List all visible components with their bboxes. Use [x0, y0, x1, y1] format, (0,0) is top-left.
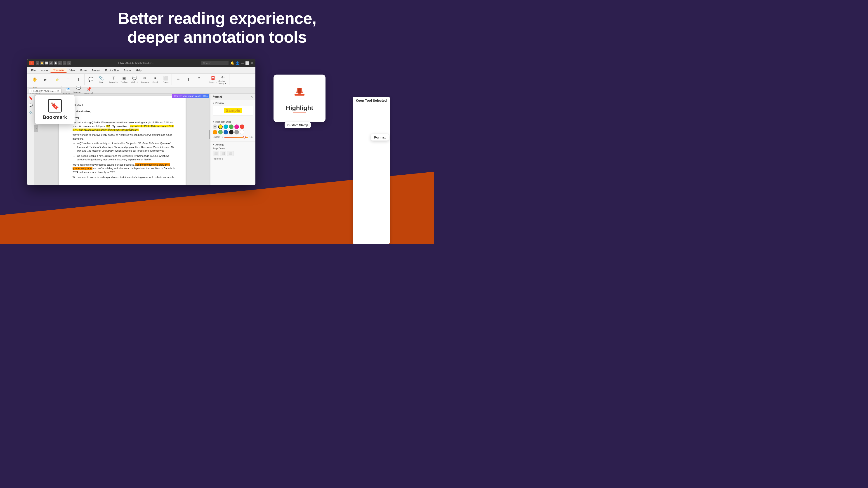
sidebar-bookmark-icon[interactable]: 🔖 [28, 95, 33, 101]
text-tool-btn[interactable]: T [73, 74, 84, 86]
stamp-btn[interactable]: 📮 Stamp ▾ [208, 74, 218, 86]
callout-icon: 💬 [132, 76, 137, 80]
menu-home[interactable]: Home [38, 68, 50, 72]
save-btn[interactable]: 💾 [54, 61, 57, 65]
bell-icon[interactable]: 🔔 [230, 61, 234, 65]
color-swatch-white[interactable] [240, 130, 244, 134]
redo-btn[interactable]: ↪ [63, 61, 66, 65]
textbox-icon: ▣ [122, 76, 126, 80]
callout-btn[interactable]: 💬 Callout [129, 74, 140, 86]
bullet-2-text: We're working to improve every aspect of… [72, 133, 173, 140]
menu-help[interactable]: Help [133, 68, 144, 72]
arrange-label: Arrange [215, 143, 224, 146]
alignment-label: Alignment [213, 158, 253, 160]
color-swatch-black[interactable] [229, 130, 234, 134]
file-attach-icon: 📎 [99, 76, 104, 80]
select-tool-btn[interactable]: ▶ [40, 74, 50, 86]
toolbar: ✋ ▶ 🖊 T T 💬 📎 Note [27, 74, 255, 88]
color-swatch-blue[interactable] [223, 130, 228, 134]
scrollbar[interactable] [209, 94, 210, 185]
close-icon[interactable]: ✕ [250, 61, 253, 65]
menu-share[interactable]: Share [121, 68, 133, 72]
underline-icon: T [187, 77, 190, 82]
convert-bar[interactable]: Convert your image files to PDFs [172, 94, 210, 98]
align-left-btn[interactable]: ⬜ [213, 151, 219, 156]
custom-stamp-btn[interactable]: 🏷 Custom Stamp ▾ [218, 74, 228, 86]
bullet-4: We continue to invest in and expand our … [72, 175, 177, 179]
highlight-underline-decoration [293, 112, 306, 113]
nav-arrow-left[interactable]: › [34, 125, 38, 132]
window-controls: 🔔 👤 — ⬜ ✕ [230, 61, 253, 65]
tab-close-btn[interactable]: ✕ [57, 90, 59, 92]
bullet-2: We're working to improve every aspect of… [72, 133, 177, 162]
dropdown-btn[interactable]: ▾ [67, 61, 71, 65]
search-input[interactable] [202, 61, 228, 65]
menu-form[interactable]: Form [78, 68, 89, 72]
eraser-label: Eraser [163, 81, 169, 84]
panel-close-btn[interactable]: ✕ [250, 95, 253, 98]
sidebar-attach-icon[interactable]: 📎 [28, 110, 33, 115]
menu-comment[interactable]: Comment [51, 68, 67, 73]
toolbar-text-group: 🖊 T T [52, 74, 85, 86]
back-btn[interactable]: ⬅ [36, 61, 39, 65]
drawing-btn[interactable]: ✏ Drawing [140, 74, 150, 86]
toolbar-stamp-group: 📮 Stamp ▾ 🏷 Custom Stamp ▾ [207, 74, 229, 86]
arrange-btn-row1: ⬜ ⬜ ⬜ [213, 151, 253, 156]
user-icon[interactable]: 👤 [236, 61, 239, 65]
note-btn[interactable]: 💬 [86, 74, 96, 86]
pencil-icon: ✒ [154, 76, 157, 80]
scrollbar-thumb[interactable] [209, 130, 210, 139]
menu-file[interactable]: File [29, 68, 38, 72]
color-swatch-gray[interactable] [235, 130, 239, 134]
textbox-btn[interactable]: ▣ Textbox [119, 74, 129, 86]
hero-section: Better reading experience, deeper annota… [0, 9, 434, 46]
undo-btn[interactable]: ↩ [58, 61, 62, 65]
color-swatch-red[interactable] [240, 125, 244, 129]
eraser-btn[interactable]: ⬜ Eraser [161, 74, 170, 86]
sub-bullet-1-italic5: The Roast of Tom Brady [87, 149, 114, 152]
doc-bullets: We had a strong Q2 with 17% revenue grow… [68, 121, 177, 179]
bullet-3: We're making steady progress scaling our… [72, 163, 177, 174]
document-tab[interactable]: FINAL-Q2-24-Share... ✕ [29, 88, 61, 93]
pan-icon: ✋ [32, 77, 37, 82]
document-page: July 18, 2024 Fellow shareholders, Summa… [59, 96, 186, 185]
file-attach-btn[interactable]: 📎 Note [96, 74, 106, 86]
color-swatch-green[interactable] [229, 125, 234, 129]
minimize-icon[interactable]: — [241, 61, 244, 65]
color-swatch-yellow[interactable] [218, 125, 223, 129]
eraser-icon: ⬜ [163, 76, 168, 80]
folder-btn[interactable]: 📁 [40, 61, 44, 65]
color-swatch-orange[interactable] [213, 130, 217, 134]
highlight-tool-btn[interactable]: 🖊 [53, 74, 63, 86]
sidebar-comment-icon[interactable]: 💬 [28, 103, 33, 108]
text-comment-btn[interactable]: T [63, 74, 73, 86]
squiggly-btn[interactable]: T̃ [194, 74, 204, 86]
panel-header: Format ✕ [211, 94, 255, 100]
color-swatch-pink[interactable] [235, 125, 239, 129]
underline-btn[interactable]: T [184, 74, 193, 86]
print-btn[interactable]: 🖨 [49, 61, 53, 65]
menu-protect[interactable]: Protect [89, 68, 102, 72]
color-swatch-cyan[interactable] [223, 125, 228, 129]
maximize-icon[interactable]: ⬜ [245, 61, 249, 65]
menu-view[interactable]: View [67, 68, 78, 72]
color-swatch-lightgreen[interactable] [218, 130, 223, 134]
align-center-h-btn[interactable]: ⬜ [220, 151, 226, 156]
strikethrough-icon: T [177, 77, 180, 82]
pan-tool-btn[interactable]: ✋ [30, 74, 40, 86]
stamp-label: Stamp ▾ [209, 81, 217, 84]
menu-foxit-esign[interactable]: Foxit eSign [103, 68, 121, 72]
typewriter-btn[interactable]: T Typewriter [109, 74, 119, 86]
bullet-2-sub: In Q2 we had a wide variety of hit serie… [72, 141, 177, 162]
sub-bullet-1-italic2: The Great Indian Kapil Show [88, 146, 120, 149]
pencil-btn[interactable]: ✒ Pencil [150, 74, 160, 86]
multipage-btn[interactable]: ⬜ [45, 61, 49, 65]
strikethrough-btn[interactable]: T [173, 74, 183, 86]
sub-bullet-2: We began testing a new, simpler and more… [76, 154, 177, 162]
opacity-slider[interactable] [224, 137, 248, 138]
pdf-email-icon: 📧 [66, 87, 70, 92]
align-right-btn[interactable]: ⬜ [227, 151, 234, 156]
hero-line1: Better reading experience, [118, 9, 316, 27]
color-swatch-pencil[interactable]: ✏ [213, 125, 217, 129]
file-label: Note [99, 81, 103, 84]
